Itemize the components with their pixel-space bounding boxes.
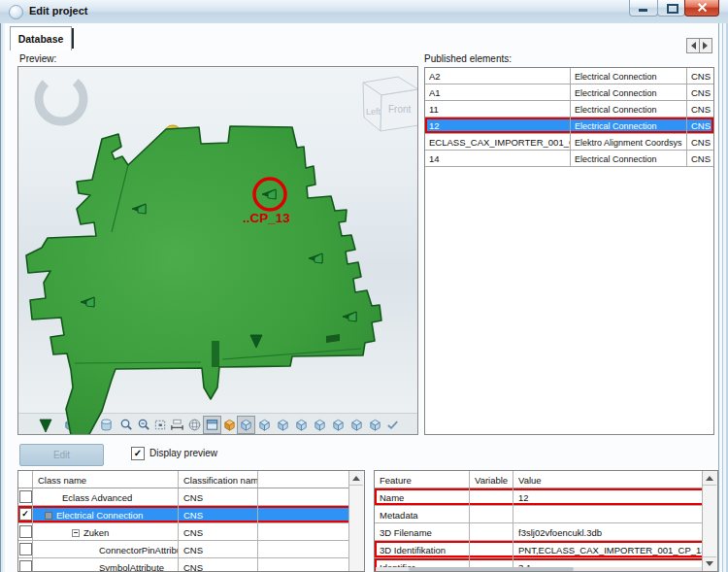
wireframe-icon[interactable] [185,416,204,434]
feature-header: Feature [375,471,470,488]
scroll-up-icon [706,472,713,481]
edit-project-window: Edit project Database Preview: Published… [0,0,728,572]
maximize-button[interactable] [657,0,685,17]
tab-scroll-left-button[interactable] [686,38,700,53]
preview-viewport[interactable]: Left Front [17,66,418,435]
measure-icon[interactable] [168,416,186,434]
tab-scroll-right-button[interactable] [699,38,712,53]
vertical-scrollbar[interactable] [348,471,364,571]
view-iso-icon[interactable] [366,416,384,434]
tab-database[interactable]: Database [10,26,72,50]
class-name-header: Class name [33,471,179,488]
connection-point-markers [40,189,356,432]
vertical-scrollbar[interactable] [702,471,717,571]
feature-table: Feature Variable Value Name 12 Metadata … [374,470,718,572]
table-row[interactable]: A2 Electrical Connection CNS [425,68,713,84]
minimize-icon [639,9,647,12]
table-row[interactable]: ConnectorPinAttribute CNS [18,541,364,558]
window-title: Edit project [29,5,88,17]
edit-button[interactable]: Edit [19,444,104,466]
table-row[interactable]: A1 Electrical Connection CNS [425,84,713,101]
value-header: Value [513,471,705,488]
arrow-right-icon [703,42,711,50]
table-row[interactable]: 14 Electrical Connection CNS [425,151,713,167]
published-elements-label: Published elements: [424,53,512,64]
model-slot-vertical [212,341,219,367]
cylinder-icon[interactable] [97,416,116,434]
more-views-icon[interactable] [383,416,402,434]
model-edges [75,165,361,363]
class-table-header: Class name Classification name [18,471,364,488]
close-icon [697,2,708,13]
scrollbar-thumb[interactable] [409,567,574,571]
app-icon [9,5,23,19]
table-row[interactable]: 3D Filename f3slj02vfoencukl.3db [375,523,717,541]
row-checkbox-checked[interactable]: ✓ [19,508,32,521]
view-top-icon[interactable] [329,416,347,434]
preview-scene: Left Front [18,67,417,434]
row-checkbox[interactable] [19,543,32,555]
published-elements-table: A2 Electrical Connection CNS A1 Electric… [424,67,714,435]
table-row[interactable]: Zuken CNS [18,523,364,541]
view-front-icon[interactable] [255,416,274,434]
table-row-highlighted[interactable]: 3D Identifikation PNT,ECLASS_CAX_IMPORTE… [375,541,717,558]
table-row[interactable]: SymbolAttribute CNS [18,558,364,572]
annotation-text: ..CP_13 [243,211,290,225]
feature-table-header: Feature Variable Value [375,471,717,488]
preview-toolbar [18,413,417,434]
scroll-up-button[interactable] [349,471,363,486]
tree-expander-icon[interactable] [45,512,52,520]
class-table: Class name Classification name Eclass Ad… [17,470,365,572]
solid-box-icon[interactable] [79,416,97,434]
table-row[interactable]: ECLASS_CAX_IMPORTER_001_CP_0 Elektro Ali… [425,134,713,151]
view-back-icon[interactable] [274,416,292,434]
close-button[interactable] [684,0,719,17]
classification-name-header: Classification name [179,471,258,488]
scroll-down-icon [706,561,713,570]
display-preview-checkbox[interactable]: ✓ [131,447,145,460]
view-left-icon[interactable] [292,416,311,434]
zoom-in-icon[interactable] [117,416,136,434]
window-frame-right [718,23,728,572]
table-row[interactable]: 11 Electrical Connection CNS [425,101,713,118]
table-row-selected[interactable]: 12 Electrical Connection CNS [425,118,713,134]
row-checkbox[interactable] [19,525,32,538]
horizontal-scrollbar[interactable] [376,567,702,571]
maximize-icon [667,4,678,14]
scroll-up-button[interactable] [703,471,716,486]
arrow-left-icon [687,42,696,50]
rotate-widget-icon [30,68,93,131]
solid-view-icon[interactable] [237,416,255,434]
table-row-selected[interactable]: ✓ Electrical Connection CNS [18,506,364,523]
title-bar[interactable]: Edit project [0,0,728,24]
solid-style-icon[interactable] [61,416,80,434]
table-row[interactable]: Metadata [375,506,717,523]
view-right-icon[interactable] [311,416,329,434]
table-row[interactable]: Eclass Advanced CNS [18,488,364,506]
yellow-knob [165,125,181,139]
model-slot-right [326,334,340,343]
row-checkbox[interactable] [19,560,32,572]
variable-header: Variable [470,471,513,488]
scroll-down-button[interactable] [703,556,716,571]
client-area: Database Preview: Published elements: [5,23,718,572]
model-body [26,126,381,434]
minimize-button[interactable] [629,0,658,17]
tab-divider [72,28,74,49]
shaded-edges-icon[interactable] [203,416,221,434]
view-bottom-icon[interactable] [347,416,366,434]
scroll-up-icon [352,472,360,481]
svg-text:Left: Left [366,107,381,117]
row-checkbox[interactable] [19,490,32,503]
table-row-highlighted[interactable]: Name 12 [375,488,717,506]
tree-expander-icon[interactable] [72,529,80,537]
svg-text:Front: Front [388,104,412,115]
annotation-circle [254,179,285,210]
view-cube-widget: Left Front [363,77,417,131]
preview-label: Preview: [19,53,56,64]
display-preview-label: Display preview [149,448,217,458]
